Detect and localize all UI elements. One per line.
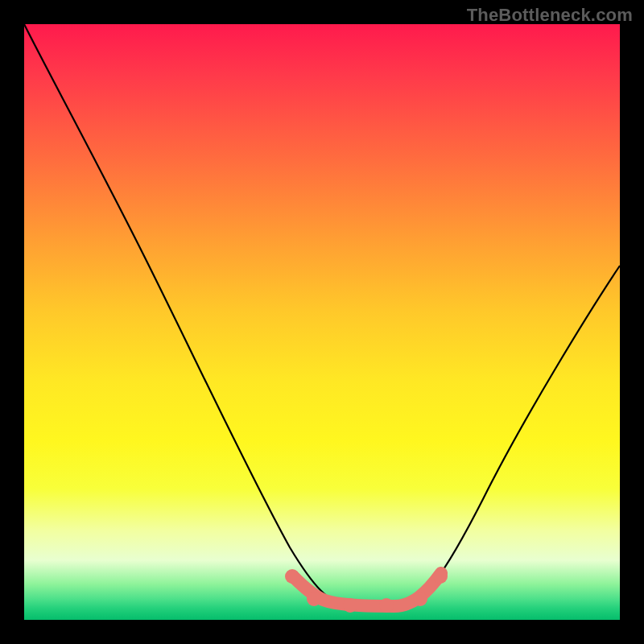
marker-3: [379, 598, 394, 613]
marker-0: [285, 569, 299, 584]
marker-4: [413, 592, 427, 606]
curve-svg: [24, 24, 620, 620]
marker-5: [433, 569, 448, 584]
black-curve: [24, 24, 620, 604]
plot-area: [24, 24, 620, 620]
marker-2: [343, 598, 357, 613]
chart-frame: TheBottleneck.com: [0, 0, 644, 644]
watermark-text: TheBottleneck.com: [467, 5, 633, 26]
marker-1: [307, 592, 321, 606]
